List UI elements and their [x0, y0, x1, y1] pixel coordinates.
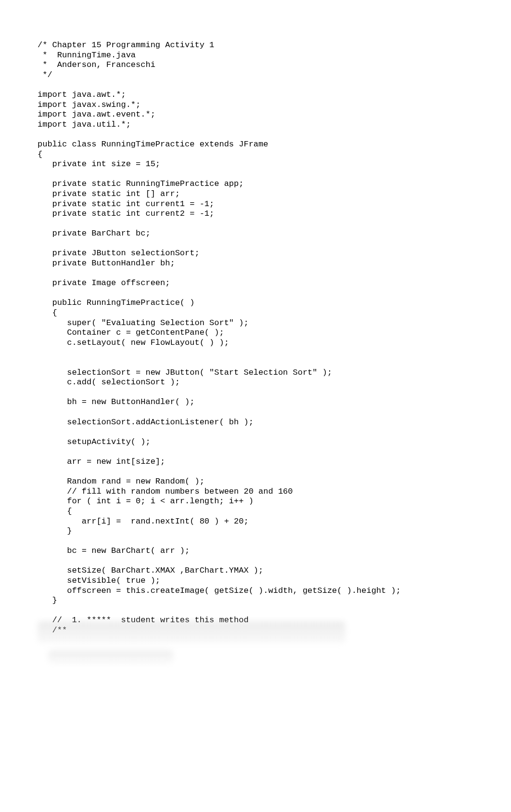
blurred-content-region [48, 650, 173, 664]
blurred-content-region [38, 621, 345, 643]
code-listing: /* Chapter 15 Programming Activity 1 * R… [38, 40, 511, 636]
document-page: /* Chapter 15 Programming Activity 1 * R… [0, 0, 511, 812]
